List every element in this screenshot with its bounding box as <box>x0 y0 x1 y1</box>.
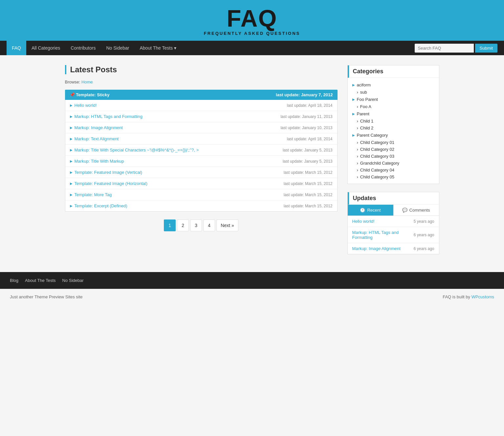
footer-nav-about[interactable]: About The Tests <box>25 278 55 283</box>
category-link[interactable]: ▶Parent Category <box>352 133 434 138</box>
category-link[interactable]: ▶Parent <box>352 111 434 116</box>
post-title: ▶ Markup: Title With Special Characters … <box>70 148 199 152</box>
nav-item-all-categories[interactable]: All Categories <box>26 41 65 55</box>
footer-nav-no-sidebar[interactable]: No Sidebar <box>62 278 84 283</box>
page-1[interactable]: 1 <box>164 219 176 231</box>
site-header: FAQ Frequently Asked Questions <box>0 0 504 41</box>
page-3[interactable]: 3 <box>190 219 202 231</box>
nav-item-contributors[interactable]: Contributors <box>65 41 101 55</box>
post-title: ▶ Markup: Text Alignment <box>70 136 119 141</box>
post-date: last update: March 15, 2012 <box>284 170 333 175</box>
child-category-link[interactable]: ›Child Category 01 <box>357 140 434 145</box>
arrow-icon: ▶ <box>70 193 73 196</box>
post-date: last update: January 11, 2013 <box>280 114 332 119</box>
child-category-link[interactable]: ›Child 2 <box>357 126 434 130</box>
footer-right-prefix: FAQ is built by <box>443 294 470 299</box>
update-title[interactable]: Markup: Image Alignment <box>352 246 401 251</box>
table-row[interactable]: ▶ Markup: Text Alignment last update: Ap… <box>65 133 337 145</box>
page-next[interactable]: Next » <box>216 219 238 231</box>
tab-comments[interactable]: 💬 Comments <box>393 205 439 216</box>
list-item: ▶Parent <box>348 110 439 118</box>
table-row[interactable]: ▶ Template: Featured Image (Vertical) la… <box>65 167 337 178</box>
clock-icon: 🕐 <box>360 208 365 213</box>
post-title-text: Markup: Title With Markup <box>75 159 124 164</box>
child-category-link[interactable]: ›Child Category 03 <box>357 154 434 159</box>
table-row[interactable]: ▶ Markup: Image Alignment last update: J… <box>65 122 337 133</box>
cat-arrow-icon: › <box>357 104 358 109</box>
child-category-link[interactable]: ›Child Category 05 <box>357 174 434 179</box>
list-item: ›Grandchild Category <box>348 160 439 167</box>
child-category-link[interactable]: ›Grandchild Category <box>357 161 434 166</box>
post-date: last update: April 18, 2014 <box>287 137 333 141</box>
footer-right-link[interactable]: WPcustoms <box>471 294 494 299</box>
page-title: Latest Posts <box>65 65 338 74</box>
child-category-link[interactable]: ›Child Category 04 <box>357 168 434 172</box>
cat-arrow-icon: › <box>357 147 358 152</box>
post-date: last update: January 5, 2013 <box>283 148 332 152</box>
content-area: Latest Posts Browse: Home 📌 Template: St… <box>65 65 338 262</box>
post-title: ▶ Hello world! <box>70 103 97 108</box>
table-row[interactable]: ▶ Hello world! last update: April 18, 20… <box>65 100 337 111</box>
table-row[interactable]: ▶ Markup: Title With Special Characters … <box>65 145 337 156</box>
sticky-row: 📌 Template: Sticky last update: January … <box>65 90 338 100</box>
sticky-label: 📌 Template: Sticky <box>70 92 110 97</box>
arrow-icon: ▶ <box>70 171 73 174</box>
arrow-icon: ▶ <box>70 126 73 129</box>
arrow-icon: ▶ <box>70 103 73 107</box>
post-date: last update: January 5, 2013 <box>283 159 332 164</box>
list-item: Hello world! 5 years ago <box>348 216 439 227</box>
logo-faq: FAQ <box>0 7 504 30</box>
list-item: ▶Foo Parent <box>348 96 439 103</box>
table-row[interactable]: ▶ Template: Excerpt (Defined) last updat… <box>65 200 337 211</box>
post-title: ▶ Template: Featured Image (Vertical) <box>70 170 142 175</box>
post-title: ▶ Markup: Title With Markup <box>70 159 124 164</box>
breadcrumb-home[interactable]: Home <box>81 80 93 84</box>
breadcrumb-label: Browse: <box>65 80 80 84</box>
cat-arrow-icon: ▶ <box>352 98 355 101</box>
nav-item-no-sidebar[interactable]: No Sidebar <box>101 41 134 55</box>
arrow-icon: ▶ <box>70 137 73 141</box>
updates-widget: Updates 🕐 Recent 💬 Comments Hello world!… <box>347 192 439 254</box>
child-category-link[interactable]: ›Child 1 <box>357 119 434 124</box>
footer-nav-blog[interactable]: Blog <box>10 278 18 283</box>
child-category-link[interactable]: ›Foo A <box>357 104 434 109</box>
list-item: ›Child Category 02 <box>348 146 439 153</box>
list-item: ›Child Category 05 <box>348 173 439 180</box>
cat-arrow-icon: › <box>357 168 358 172</box>
category-link[interactable]: ▶aciform <box>352 82 434 87</box>
list-item: Markup: HTML Tags and Formatting 6 years… <box>348 227 439 243</box>
table-row[interactable]: ▶ Markup: Title With Markup last update:… <box>65 156 337 167</box>
page-4[interactable]: 4 <box>203 219 215 231</box>
nav-item-about-dropdown[interactable]: About The Tests ▾ <box>134 41 182 55</box>
post-date: last update: March 15, 2012 <box>284 204 333 208</box>
page-2[interactable]: 2 <box>177 219 189 231</box>
search-input[interactable] <box>415 44 474 53</box>
list-item: ›Child Category 04 <box>348 167 439 173</box>
footer-right: FAQ is built by WPcustoms <box>443 294 494 299</box>
update-title[interactable]: Markup: HTML Tags and Formatting <box>352 230 411 240</box>
post-title-text: Template: Featured Image (Horizontal) <box>75 181 148 186</box>
nav-item-about[interactable]: About The Tests ▾ <box>134 41 182 55</box>
arrow-icon: ▶ <box>70 204 73 208</box>
cat-arrow-icon: › <box>357 126 358 130</box>
list-item: ›Child Category 01 <box>348 139 439 146</box>
category-link[interactable]: ▶Foo Parent <box>352 97 434 102</box>
footer-left: Just another Theme Preview Sites site <box>10 294 83 299</box>
table-row[interactable]: ▶ Template: Featured Image (Horizontal) … <box>65 178 337 189</box>
post-date: last update: January 10, 2013 <box>280 126 332 130</box>
search-button[interactable]: Submit <box>475 44 497 53</box>
update-title[interactable]: Hello world! <box>352 219 375 224</box>
tab-comments-label: Comments <box>409 208 430 213</box>
table-row[interactable]: ▶ Markup: HTML Tags and Formatting last … <box>65 111 337 122</box>
tab-recent[interactable]: 🕐 Recent <box>348 205 393 216</box>
post-title: ▶ Markup: Image Alignment <box>70 125 123 130</box>
child-category-link[interactable]: ›Child Category 02 <box>357 147 434 152</box>
post-title-text: Template: Excerpt (Defined) <box>75 203 127 208</box>
comments-icon: 💬 <box>402 208 407 213</box>
nav-item-faq[interactable]: FAQ <box>7 41 26 55</box>
child-category-link[interactable]: ›sub <box>357 90 434 95</box>
cat-arrow-icon: ▶ <box>352 83 355 87</box>
post-title-text: Hello world! <box>75 103 97 108</box>
sticky-icon: 📌 <box>70 92 75 97</box>
table-row[interactable]: ▶ Template: More Tag last update: March … <box>65 189 337 200</box>
